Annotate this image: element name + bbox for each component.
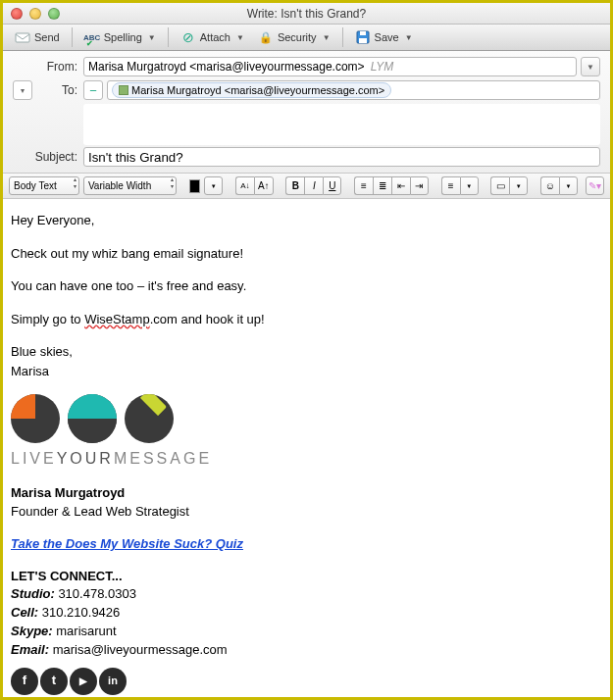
send-button[interactable]: Send [9, 27, 66, 47]
titlebar: Write: Isn't this Grand? [3, 3, 610, 25]
italic-button[interactable]: I [304, 176, 323, 195]
save-label: Save [375, 31, 399, 43]
svg-rect-3 [359, 38, 367, 43]
insert-dropdown[interactable]: ▼ [509, 176, 528, 195]
connect-header: LET'S CONNECT... [11, 568, 602, 586]
facebook-icon[interactable]: f [11, 668, 38, 695]
greeting: Hey Everyone, [11, 211, 602, 230]
separator [342, 27, 343, 47]
align-dropdown[interactable]: ▼ [460, 176, 479, 195]
sig-name: Marisa Murgatroyd [11, 484, 602, 503]
attach-button[interactable]: ⊘ Attach ▼ [175, 27, 250, 47]
toolbar: Send ABC✔ Spelling ▼ ⊘ Attach ▼ 🔒 Securi… [3, 25, 610, 51]
separator [168, 27, 169, 47]
brand-logo [11, 394, 602, 443]
logo-circle [68, 394, 117, 443]
insert-image-button[interactable]: ▭ [490, 176, 509, 195]
from-account: LYM [371, 60, 394, 74]
font-family-select[interactable]: Variable Width [83, 176, 177, 195]
chevron-down-icon: ▼ [236, 33, 244, 42]
body-line: Check out my whiz bang email signature! [11, 244, 602, 264]
misspelled-word: WiseStamp [84, 312, 149, 326]
from-value: Marisa Murgatroyd <marisa@liveyourmessag… [88, 60, 365, 74]
number-list-button[interactable]: ≣ [373, 176, 391, 195]
recipient-chip[interactable]: Marisa Murgatroyd <marisa@liveyourmessag… [112, 82, 391, 98]
send-icon [15, 29, 30, 45]
format-bar: Body Text Variable Width ▼ A↓ A↑ B I U ≡… [3, 174, 610, 199]
spelling-label: Spelling [104, 31, 142, 43]
stationery-button[interactable]: ✎▾ [586, 176, 604, 195]
attach-label: Attach [200, 31, 230, 43]
security-label: Security [278, 31, 317, 43]
logo-circle [125, 394, 174, 443]
text-color-swatch[interactable] [189, 179, 200, 193]
paragraph-style-select[interactable]: Body Text [9, 176, 79, 195]
save-button[interactable]: Save ▼ [349, 27, 419, 47]
decrease-size-button[interactable]: A↓ [235, 176, 254, 195]
zoom-icon[interactable] [48, 8, 60, 20]
close-icon[interactable] [11, 8, 23, 20]
from-field[interactable]: Marisa Murgatroyd <marisa@liveyourmessag… [83, 57, 577, 76]
youtube-icon[interactable]: ▶ [70, 668, 97, 695]
email-label: Email: [11, 642, 49, 657]
email-value: marisa@liveyourmessage.com [49, 642, 228, 657]
send-label: Send [34, 31, 60, 43]
emoji-button[interactable]: ☺ [540, 176, 559, 195]
chevron-down-icon: ▼ [148, 33, 156, 42]
align-button[interactable]: ≡ [441, 176, 460, 195]
body-line: You can have one too – it's free and eas… [11, 276, 602, 296]
subject-input[interactable] [83, 147, 600, 167]
signature-block: Marisa Murgatroyd Founder & Lead Web Str… [11, 484, 602, 700]
brand-wordmark: LIVEYOURMESSAGE [11, 447, 602, 471]
disk-icon [355, 29, 371, 45]
skype-value: marisarunt [53, 624, 117, 638]
twitter-icon[interactable]: t [40, 668, 68, 695]
svg-rect-0 [16, 33, 29, 42]
persona-icon [119, 85, 128, 95]
studio-label: Studio: [11, 586, 55, 601]
spelling-button[interactable]: ABC✔ Spelling ▼ [78, 27, 162, 47]
security-button[interactable]: 🔒 Security ▼ [252, 27, 336, 47]
underline-button[interactable]: U [323, 176, 341, 195]
increase-size-button[interactable]: A↑ [254, 176, 274, 195]
color-dropdown[interactable]: ▼ [204, 176, 223, 195]
separator [72, 27, 73, 47]
sig-title: Founder & Lead Web Strategist [11, 503, 602, 522]
svg-rect-2 [360, 31, 366, 35]
studio-value: 310.478.0303 [55, 586, 136, 601]
body-line: Simply go to WiseStamp.com and hook it u… [11, 310, 602, 329]
cell-label: Cell: [11, 605, 38, 620]
subject-label: Subject: [13, 150, 77, 164]
message-body[interactable]: Hey Everyone, Check out my whiz bang ema… [3, 199, 610, 700]
quiz-link[interactable]: Take the Does My Website Suck? Quiz [11, 536, 243, 551]
spelling-icon: ABC✔ [84, 29, 100, 45]
skype-label: Skype: [11, 624, 53, 638]
to-options[interactable]: ▾ [13, 80, 32, 100]
chevron-down-icon: ▼ [323, 33, 331, 42]
bold-button[interactable]: B [285, 176, 304, 195]
social-row: f t ▶ in [11, 668, 602, 695]
from-dropdown[interactable]: ▼ [581, 57, 600, 76]
bullet-list-button[interactable]: ≡ [354, 176, 373, 195]
paperclip-icon: ⊘ [180, 29, 196, 45]
additional-recipients[interactable] [83, 104, 600, 145]
logo-circle [11, 394, 60, 443]
remove-recipient-button[interactable]: − [83, 80, 103, 100]
lock-icon: 🔒 [258, 29, 274, 45]
headers: From: Marisa Murgatroyd <marisa@liveyour… [3, 51, 610, 174]
minimize-icon[interactable] [29, 8, 41, 20]
recipient-name: Marisa Murgatroyd <marisa@liveyourmessag… [131, 84, 384, 96]
outdent-button[interactable]: ⇤ [391, 176, 410, 195]
from-label: From: [13, 60, 77, 74]
to-field[interactable]: Marisa Murgatroyd <marisa@liveyourmessag… [107, 80, 600, 100]
window-title: Write: Isn't this Grand? [3, 7, 610, 21]
cell-value: 310.210.9426 [38, 605, 120, 620]
indent-button[interactable]: ⇥ [410, 176, 429, 195]
linkedin-icon[interactable]: in [99, 668, 127, 695]
signoff-name: Marisa [11, 362, 602, 381]
signoff: Blue skies, [11, 342, 602, 362]
traffic-lights [3, 8, 60, 20]
to-label: To: [36, 83, 77, 97]
chevron-down-icon: ▼ [405, 33, 413, 42]
emoji-dropdown[interactable]: ▼ [559, 176, 578, 195]
